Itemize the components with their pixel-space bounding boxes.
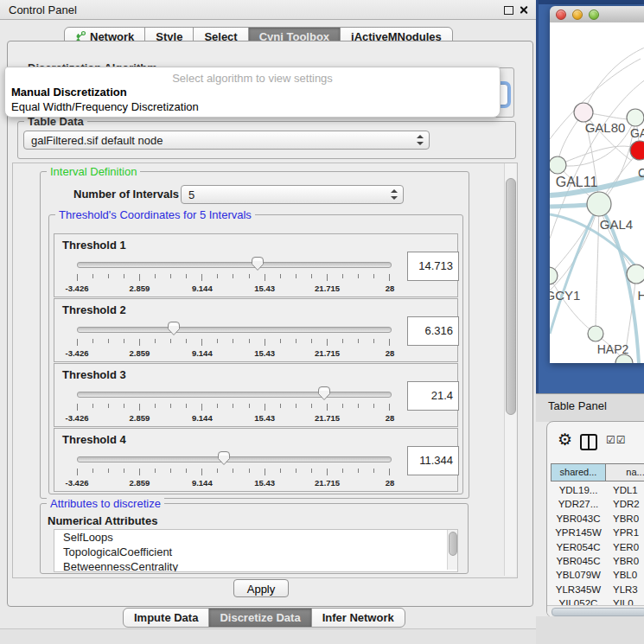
network-node-label: GAL4	[600, 217, 633, 232]
network-node-label: GAL11	[556, 175, 598, 189]
threshold-panel-1: Threshold 1-3.4262.8599.14415.4321.71528…	[54, 233, 458, 297]
zoom-traffic-light-icon[interactable]	[589, 10, 599, 20]
attributes-group-title: Attributes to discretize	[47, 497, 164, 510]
minimize-traffic-light-icon[interactable]	[572, 10, 583, 20]
cell-name[interactable]: YDR2	[606, 497, 644, 511]
cell-shared-name[interactable]: YDR27...	[551, 497, 606, 511]
tab-impute-data[interactable]: Impute Data	[123, 608, 209, 628]
algorithm-option-manual-discretization[interactable]: Manual Discretization	[11, 86, 127, 99]
control-panel-titlebar: Control Panel	[0, 0, 536, 20]
table-row[interactable]: YPR145WYPR1	[551, 526, 644, 539]
tab-infer-network[interactable]: Infer Network	[311, 608, 405, 628]
horizontal-scrollbar[interactable]	[547, 605, 644, 617]
attributes-scrollbar-thumb[interactable]	[449, 532, 457, 556]
slider-track[interactable]	[77, 262, 392, 268]
network-node-label: GAL80	[585, 120, 626, 135]
threshold-panel-2: Threshold 2-3.4262.8599.14415.4321.71528…	[54, 298, 458, 362]
network-node-label: H	[638, 288, 644, 303]
cell-shared-name[interactable]: YPR145W	[551, 526, 606, 539]
cell-name[interactable]: YDL1	[606, 483, 644, 497]
column-header-name[interactable]: na...	[605, 463, 644, 481]
cell-name[interactable]: YBL0	[606, 568, 644, 582]
cell-name[interactable]: YPR1	[606, 526, 644, 539]
table-panel-title: Table Panel	[548, 399, 607, 412]
slider-track[interactable]	[77, 456, 392, 462]
attribute-item-selfloops[interactable]: SelfLoops	[54, 530, 457, 545]
threshold-slider[interactable]: -3.4262.8599.14415.4321.71528	[77, 385, 390, 424]
cell-name[interactable]: YBR0	[606, 512, 644, 526]
network-node-hap2[interactable]	[588, 326, 603, 341]
threshold-value-field[interactable]: 14.713	[407, 252, 459, 281]
slider-track[interactable]	[77, 392, 392, 398]
attributes-scrollbar[interactable]	[447, 530, 457, 570]
threshold-value-field[interactable]: 6.316	[407, 316, 459, 346]
table-row[interactable]: YDL19...YDL1	[551, 483, 644, 497]
num-intervals-combobox[interactable]: 5	[181, 185, 404, 204]
apply-button[interactable]: Apply	[233, 579, 289, 597]
network-view-window[interactable]: GAL80GACGAL11GAL4GCY1HHAP2	[550, 6, 644, 363]
threshold-panel-3: Threshold 3-3.4262.8599.14415.4321.71528…	[54, 363, 458, 427]
cell-shared-name[interactable]: YER054C	[551, 540, 606, 554]
attribute-item-topologicalcoefficient[interactable]: TopologicalCoefficient	[54, 545, 457, 559]
network-node-ga[interactable]	[627, 109, 644, 126]
network-node-gal80[interactable]	[574, 103, 593, 122]
cell-shared-name[interactable]: YBR043C	[551, 512, 606, 526]
slider-thumb[interactable]	[217, 450, 231, 466]
table-data-selected-value: galFiltered.sif default node	[31, 134, 163, 147]
cell-name[interactable]: YLR3	[606, 583, 644, 596]
vertical-scrollbar-thumb[interactable]	[506, 178, 516, 415]
float-window-icon[interactable]	[504, 6, 513, 15]
table-row[interactable]: YDR27...YDR2	[551, 497, 644, 511]
cell-name[interactable]: YER0	[606, 540, 644, 554]
network-window-titlebar[interactable]	[550, 6, 644, 23]
cell-shared-name[interactable]: YLR345W	[551, 583, 606, 596]
network-node-gcy1[interactable]	[550, 267, 558, 284]
combo-stepper-icon[interactable]	[416, 135, 423, 145]
network-node-gal11[interactable]	[550, 156, 566, 174]
threshold-value-field[interactable]: 21.4	[407, 381, 459, 411]
combo-stepper-icon[interactable]	[390, 189, 397, 200]
threshold-slider[interactable]: -3.4262.8599.14415.4321.71528	[77, 255, 390, 295]
numerical-attributes-label: Numerical Attributes	[48, 514, 157, 527]
column-header-shared-name[interactable]: shared...	[551, 463, 606, 481]
slider-thumb[interactable]	[167, 321, 181, 336]
slider-thumb[interactable]	[251, 256, 265, 271]
tab-discretize-data[interactable]: Discretize Data	[208, 608, 311, 628]
checkbox-checked-icons[interactable]: ☑☑	[606, 434, 627, 446]
table-row[interactable]: YBR045CYBR0	[551, 554, 644, 568]
threshold-label: Threshold 1	[62, 239, 126, 252]
slider-tick-labels: -3.4262.8599.14415.4321.71528	[77, 348, 390, 359]
algorithm-option-equal-width-frequency-discretization[interactable]: Equal Width/Frequency Discretization	[11, 100, 199, 113]
table-data-group: Table Data galFiltered.sif default node	[17, 121, 516, 159]
table-row[interactable]: YBL079WYBL0	[551, 568, 644, 582]
numerical-attributes-list[interactable]: SelfLoopsTopologicalCoefficientBetweenne…	[54, 529, 458, 572]
cell-shared-name[interactable]: YDL19...	[551, 483, 606, 497]
threshold-slider[interactable]: -3.4262.8599.14415.4321.71528	[77, 450, 390, 489]
network-node-c[interactable]	[630, 141, 644, 160]
close-icon[interactable]	[519, 5, 528, 15]
horizontal-scrollbar-thumb[interactable]	[552, 608, 644, 616]
network-desktop-background: GAL80GACGAL11GAL4GCY1HHAP2	[536, 0, 644, 393]
table-data-combobox[interactable]: galFiltered.sif default node	[23, 131, 430, 150]
threshold-value-field[interactable]: 11.344	[407, 446, 459, 475]
slider-thumb[interactable]	[317, 386, 331, 401]
table-row[interactable]: YER054CYER0	[551, 540, 644, 554]
slider-track[interactable]	[77, 327, 392, 333]
network-node-gal4[interactable]	[587, 192, 611, 216]
network-canvas[interactable]: GAL80GACGAL11GAL4GCY1HHAP2	[550, 22, 644, 363]
network-edge	[583, 47, 644, 112]
table-row[interactable]: YLR345WYLR3	[551, 583, 644, 596]
interval-definition-group-title: Interval Definition	[47, 165, 140, 178]
close-traffic-light-icon[interactable]	[556, 10, 566, 20]
column-view-icon[interactable]	[580, 434, 597, 450]
cell-shared-name[interactable]: YBL079W	[551, 568, 606, 582]
cell-shared-name[interactable]: YBR045C	[551, 554, 606, 568]
num-intervals-label: Number of Intervals	[73, 188, 179, 201]
network-node-h[interactable]	[627, 265, 644, 284]
gear-icon[interactable]: ⚙	[558, 431, 572, 448]
threshold-slider[interactable]: -3.4262.8599.14415.4321.71528	[77, 320, 390, 360]
attribute-item-betweennesscentrality[interactable]: BetweennessCentrality	[54, 559, 457, 572]
vertical-scrollbar[interactable]	[504, 163, 516, 576]
cell-name[interactable]: YBR0	[606, 554, 644, 568]
table-row[interactable]: YBR043CYBR0	[551, 512, 644, 526]
